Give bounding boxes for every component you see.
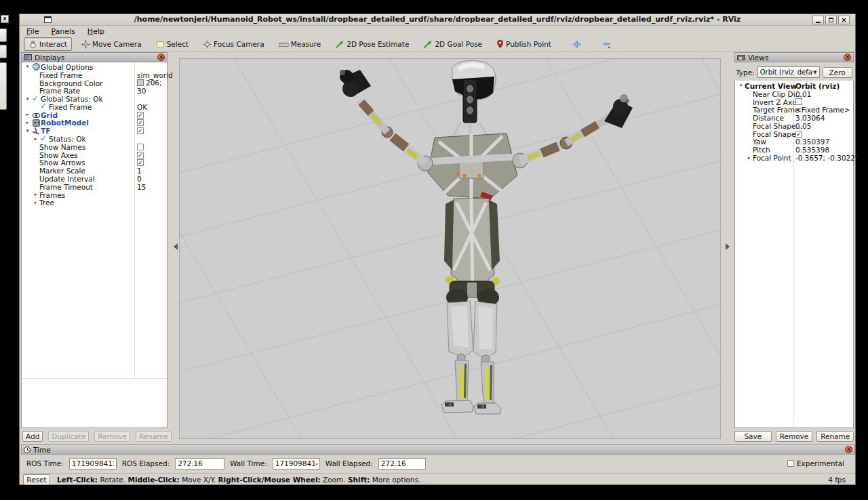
tree-row-near-clip-di[interactable]: Near Clip Di...0.01 bbox=[736, 90, 852, 98]
experimental-checkbox[interactable] bbox=[787, 460, 794, 467]
tree-row-focal-point[interactable]: ▸Focal Point-0.3657; -0.30225; ... bbox=[736, 154, 852, 162]
time-panel-header[interactable]: Time × bbox=[21, 444, 855, 455]
tree-row-background-color[interactable]: Background Color206; bbox=[22, 79, 166, 87]
expander-icon[interactable]: ▸ bbox=[32, 136, 39, 143]
tree-row-yaw[interactable]: Yaw0.350397 bbox=[736, 138, 852, 146]
title-bar[interactable]: /home/newtonjeri/Humanoid_Robot_ws/insta… bbox=[20, 14, 855, 26]
property-value bbox=[137, 144, 144, 150]
checkbox[interactable]: ✓ bbox=[137, 152, 144, 159]
ros-elapsed-field[interactable] bbox=[175, 458, 224, 470]
tree-row-fixed-frame[interactable]: Fixed Framesim_world bbox=[22, 71, 166, 79]
tree-row-tree[interactable]: ▸Tree bbox=[22, 199, 166, 207]
collapse-right-icon[interactable] bbox=[726, 243, 730, 250]
tree-row-global-options[interactable]: ▾Global Options bbox=[22, 63, 166, 71]
checkbox[interactable]: ✓ bbox=[137, 112, 144, 119]
tree-row-distance[interactable]: Distance3.03064 bbox=[736, 114, 852, 122]
tree-row-focal-shape[interactable]: Focal Shape...0.05 bbox=[736, 122, 852, 130]
property-label: Target Frame bbox=[753, 106, 800, 114]
wall-time-field[interactable] bbox=[273, 458, 320, 470]
tool-interact[interactable]: Interact bbox=[24, 37, 72, 51]
tree-row-robotmodel[interactable]: ▸RobotModel✓ bbox=[22, 119, 166, 127]
view-type-dropdown[interactable]: Orbit (rviz_default_ ▼ bbox=[757, 66, 820, 78]
tool-2d-goal-pose[interactable]: 2D Goal Pose bbox=[418, 37, 487, 51]
tree-row-show-names[interactable]: Show Names bbox=[22, 143, 166, 151]
green-arrow-icon bbox=[335, 40, 344, 49]
expander-icon[interactable]: ▾ bbox=[24, 63, 31, 70]
wall-elapsed-field[interactable] bbox=[378, 458, 426, 470]
expander-icon[interactable]: ▾ bbox=[24, 96, 31, 103]
background-window-sliver bbox=[0, 62, 7, 110]
tree-row-current-view[interactable]: ▾Current ViewOrbit (rviz) bbox=[736, 82, 852, 90]
background-window-close-icon[interactable]: x bbox=[1, 15, 9, 23]
tree-row-grid[interactable]: ▸Grid✓ bbox=[22, 111, 166, 119]
displays-close-icon[interactable]: × bbox=[157, 54, 165, 61]
render-viewport[interactable] bbox=[179, 58, 721, 439]
checkbox[interactable]: ✓ bbox=[137, 119, 144, 126]
tree-row-status-ok[interactable]: ▸Status: Ok bbox=[22, 135, 166, 143]
maximize-button[interactable] bbox=[825, 16, 837, 24]
tree-row-frame-timeout[interactable]: Frame Timeout15 bbox=[22, 183, 166, 191]
chevron-down-icon: ▼ bbox=[813, 70, 816, 75]
time-close-icon[interactable]: × bbox=[845, 446, 852, 453]
tree-row-pitch[interactable]: Pitch0.535398 bbox=[736, 146, 852, 154]
zero-button[interactable]: Zero bbox=[823, 67, 852, 78]
expander-icon[interactable]: ▸ bbox=[24, 111, 31, 119]
expander-icon[interactable]: ▸ bbox=[745, 154, 753, 162]
checkbox[interactable]: ✓ bbox=[795, 131, 802, 138]
tree-row-frame-rate[interactable]: Frame Rate30 bbox=[22, 87, 166, 95]
tool-publish-point[interactable]: Publish Point bbox=[492, 37, 556, 51]
clock-icon bbox=[24, 446, 31, 453]
tool-measure[interactable]: Measure bbox=[274, 37, 326, 51]
expander-icon[interactable]: ▸ bbox=[32, 191, 39, 199]
remove-tool-button[interactable] bbox=[597, 37, 616, 51]
tree-row-invert-z-axis[interactable]: Invert Z Axis bbox=[736, 98, 852, 106]
menu-file[interactable]: File bbox=[26, 27, 39, 36]
tree-row-update-interval[interactable]: Update Interval0 bbox=[22, 175, 166, 183]
value-text: 0.535398 bbox=[795, 146, 829, 154]
property-value: ✓ bbox=[137, 152, 144, 159]
displays-panel-header[interactable]: Displays × bbox=[21, 52, 167, 62]
checkbox[interactable]: ✓ bbox=[137, 159, 144, 166]
ros-time-field[interactable] bbox=[69, 458, 117, 470]
tool-2d-pose-estimate[interactable]: 2D Pose Estimate bbox=[330, 37, 414, 51]
tree-row-frames[interactable]: ▸Frames bbox=[22, 191, 166, 199]
tree-row-show-axes[interactable]: Show Axes✓ bbox=[22, 151, 166, 159]
expander-icon[interactable]: ▾ bbox=[24, 127, 31, 135]
property-label: Frames bbox=[39, 191, 65, 199]
expander-icon[interactable]: ▾ bbox=[737, 82, 745, 89]
ros-time-label: ROS Time: bbox=[26, 459, 64, 467]
tree-row-fixed-frame[interactable]: Fixed FrameOK bbox=[22, 103, 166, 111]
views-tree: ▾Current ViewOrbit (rviz)Near Clip Di...… bbox=[736, 82, 852, 162]
reset-button[interactable]: Reset bbox=[23, 474, 50, 485]
toolbar: InteractMove CameraSelectFocus CameraMea… bbox=[20, 37, 855, 52]
tree-row-marker-scale[interactable]: Marker Scale1 bbox=[22, 167, 166, 175]
tool-label: Move Camera bbox=[92, 40, 142, 48]
rename-button[interactable]: Rename bbox=[816, 431, 854, 442]
minimize-button[interactable] bbox=[812, 16, 824, 24]
views-panel-header[interactable]: Views × bbox=[734, 52, 854, 62]
views-close-icon[interactable]: × bbox=[844, 54, 851, 61]
tool-select[interactable]: Select bbox=[151, 37, 193, 51]
color-swatch[interactable] bbox=[137, 79, 144, 86]
collapse-left-icon[interactable] bbox=[174, 243, 178, 250]
time-panel: Time × bbox=[21, 444, 855, 455]
tool-label: 2D Goal Pose bbox=[435, 40, 482, 48]
close-button[interactable]: × bbox=[838, 16, 850, 24]
tool-move-camera[interactable]: Move Camera bbox=[77, 37, 146, 51]
expander-icon[interactable]: ▸ bbox=[32, 199, 39, 207]
expander-icon[interactable]: ▸ bbox=[24, 119, 31, 127]
tool-focus-camera[interactable]: Focus Camera bbox=[198, 37, 269, 51]
menu-panels[interactable]: Panels bbox=[51, 27, 75, 36]
remove-button[interactable]: Remove bbox=[776, 431, 813, 442]
checkbox[interactable]: ✓ bbox=[137, 127, 144, 134]
save-button[interactable]: Save bbox=[734, 431, 772, 442]
checkbox[interactable] bbox=[137, 144, 144, 150]
tree-row-target-frame[interactable]: Target Frame<Fixed Frame> bbox=[736, 106, 852, 114]
add-tool-button[interactable] bbox=[568, 37, 586, 51]
tree-row-focal-shape[interactable]: Focal Shape...✓ bbox=[736, 130, 852, 138]
tree-row-show-arrows[interactable]: Show Arrows✓ bbox=[22, 159, 166, 167]
add-button[interactable]: Add bbox=[22, 431, 43, 442]
menu-help[interactable]: Help bbox=[87, 27, 104, 36]
checkbox[interactable] bbox=[795, 98, 802, 105]
move-camera-icon bbox=[81, 40, 90, 49]
